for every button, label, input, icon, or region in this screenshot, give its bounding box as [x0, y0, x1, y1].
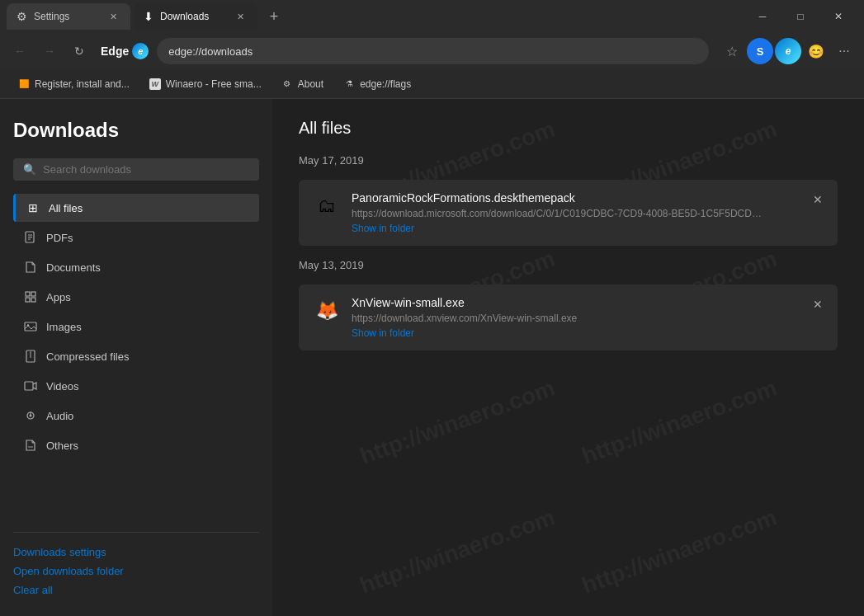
desktheme-icon: 🗂 [312, 191, 342, 221]
desktheme-close-button[interactable]: ✕ [808, 190, 828, 209]
svg-rect-6 [26, 298, 30, 302]
search-input[interactable] [43, 163, 249, 176]
nav-item-audio[interactable]: Audio [13, 402, 259, 430]
compressed-label: Compressed files [46, 350, 129, 363]
documents-label: Documents [46, 261, 101, 274]
winaero-favicon: W [149, 78, 161, 90]
bookmark-register[interactable]: 🟧 Register, install and... [10, 75, 138, 93]
close-button[interactable]: ✕ [819, 3, 857, 30]
svg-point-21 [31, 446, 33, 448]
nav-item-others[interactable]: Others [13, 431, 259, 459]
menu-button[interactable]: ··· [831, 38, 857, 64]
sidebar-footer: Downloads settings Open downloads folder… [13, 532, 259, 596]
forward-button[interactable]: → [36, 38, 63, 64]
sidebar: Downloads 🔍 ⊞ All files PDFs Documents [0, 99, 272, 616]
xnview-name: XnView-win-small.exe [352, 296, 824, 309]
xnview-info: XnView-win-small.exe https://download.xn… [352, 296, 824, 339]
xnview-show-folder[interactable]: Show in folder [352, 327, 824, 339]
edge-text-label: Edge [101, 45, 129, 58]
flags-favicon: ⚗ [343, 78, 355, 90]
back-button[interactable]: ← [7, 38, 33, 64]
xnview-close-button[interactable]: ✕ [808, 294, 828, 314]
nav-item-pdfs[interactable]: PDFs [13, 223, 259, 252]
svg-point-19 [28, 446, 30, 448]
maximize-button[interactable]: □ [781, 3, 819, 30]
pdfs-icon [23, 230, 38, 245]
bookmark-flags[interactable]: ⚗ edge://flags [335, 75, 419, 93]
desktheme-info: PanoramicRockFormations.deskthemepack ht… [352, 191, 824, 234]
audio-icon [23, 408, 38, 423]
settings-tab-label: Settings [34, 11, 69, 22]
favorite-button[interactable]: ☆ [719, 38, 745, 64]
nav-item-images[interactable]: Images [13, 313, 259, 341]
desktheme-show-folder[interactable]: Show in folder [352, 223, 824, 234]
address-bar: ← → ↻ Edge e edge://downloads ☆ S e 😊 ··… [0, 33, 864, 69]
nav-item-all-files[interactable]: ⊞ All files [13, 194, 259, 222]
bookmark-winaero[interactable]: W Winaero - Free sma... [141, 75, 270, 93]
xnview-url: https://download.xnview.com/XnView-win-s… [352, 313, 764, 324]
svg-point-20 [30, 446, 31, 448]
refresh-button[interactable]: ↻ [66, 38, 92, 64]
edge-profile-button[interactable]: e [775, 38, 801, 64]
pdfs-label: PDFs [46, 232, 73, 244]
apps-label: Apps [46, 291, 71, 303]
s-profile-icon[interactable]: S [747, 38, 773, 64]
register-favicon: 🟧 [18, 78, 30, 90]
bookmark-about[interactable]: ⚙ About [273, 75, 332, 93]
downloads-content: http://winaero.com http://winaero.com ht… [272, 99, 864, 616]
compressed-icon [23, 349, 38, 364]
bookmarks-bar: 🟧 Register, install and... W Winaero - F… [0, 69, 864, 99]
clear-all-link[interactable]: Clear all [13, 584, 259, 596]
search-box[interactable]: 🔍 [13, 158, 259, 181]
tab-settings[interactable]: ⚙ Settings ✕ [7, 3, 130, 30]
svg-rect-8 [25, 322, 36, 331]
desktheme-url: https://download.microsoft.com/download/… [352, 208, 764, 219]
others-icon [23, 438, 38, 453]
content-area: All files May 17, 2019 🗂 PanoramicRockFo… [299, 119, 838, 350]
emoji-button[interactable]: 😊 [803, 38, 829, 64]
nav-item-compressed[interactable]: Compressed files [13, 342, 259, 370]
downloads-tab-icon: ⬇ [144, 10, 153, 23]
all-files-label: All files [49, 202, 83, 214]
main-content: Downloads 🔍 ⊞ All files PDFs Documents [0, 99, 864, 616]
nav-item-documents[interactable]: Documents [13, 253, 259, 281]
winaero-label: Winaero - Free sma... [166, 78, 262, 90]
downloads-tab-label: Downloads [160, 11, 209, 22]
all-files-icon: ⊞ [26, 200, 40, 215]
apps-icon [23, 289, 38, 304]
downloads-tab-close[interactable]: ✕ [233, 9, 248, 24]
documents-icon [23, 260, 38, 275]
desktheme-name: PanoramicRockFormations.deskthemepack [352, 191, 824, 205]
edge-e-icon: e [132, 43, 149, 59]
others-label: Others [46, 440, 78, 452]
download-item-desktheme: 🗂 PanoramicRockFormations.deskthemepack … [299, 180, 838, 246]
window-controls: ─ □ ✕ [744, 3, 857, 30]
images-label: Images [46, 321, 82, 333]
open-downloads-folder-link[interactable]: Open downloads folder [13, 565, 259, 577]
settings-tab-close[interactable]: ✕ [106, 9, 120, 24]
xnview-icon: 🦊 [312, 296, 342, 326]
downloads-settings-link[interactable]: Downloads settings [13, 546, 259, 558]
svg-rect-4 [26, 292, 30, 296]
register-label: Register, install and... [35, 78, 130, 90]
nav-item-apps[interactable]: Apps [13, 283, 259, 311]
flags-label: edge://flags [360, 78, 411, 90]
svg-rect-5 [31, 292, 35, 296]
about-favicon: ⚙ [281, 78, 293, 90]
sidebar-title: Downloads [13, 119, 259, 142]
svg-rect-7 [31, 298, 35, 302]
tab-downloads[interactable]: ⬇ Downloads ✕ [134, 3, 257, 30]
videos-label: Videos [46, 380, 79, 393]
nav-item-videos[interactable]: Videos [13, 372, 259, 400]
new-tab-button[interactable]: + [261, 3, 287, 30]
svg-rect-15 [25, 382, 33, 390]
about-label: About [298, 78, 323, 90]
images-icon [23, 319, 38, 334]
url-text: edge://downloads [168, 45, 253, 58]
download-item-xnview: 🦊 XnView-win-small.exe https://download.… [299, 284, 838, 350]
url-bar[interactable]: edge://downloads [157, 38, 709, 64]
settings-tab-icon: ⚙ [17, 10, 27, 23]
title-bar: ⚙ Settings ✕ ⬇ Downloads ✕ + ─ □ ✕ [0, 0, 864, 33]
toolbar-icons: ☆ S e 😊 ··· [719, 38, 857, 64]
minimize-button[interactable]: ─ [744, 3, 781, 30]
